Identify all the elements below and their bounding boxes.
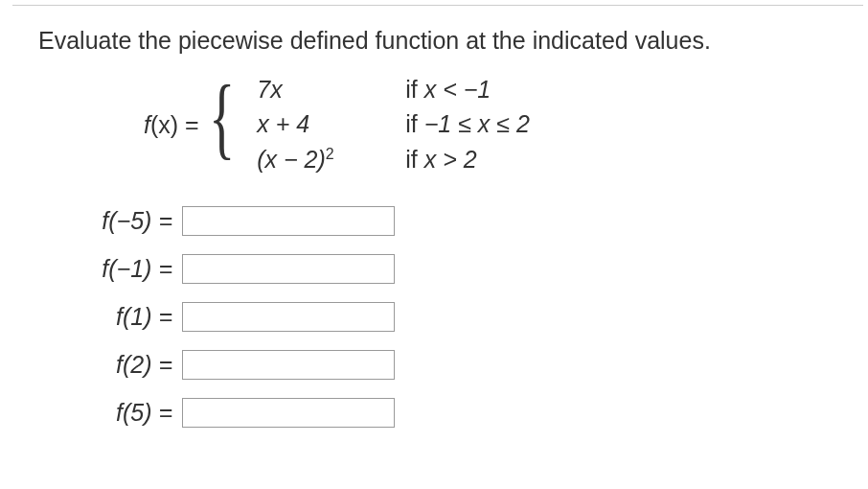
- function-definition: f(x) = { 7x if x < −1 x + 4 if −1 ≤ x ≤ …: [144, 72, 830, 177]
- piece-expression: x + 4: [257, 110, 405, 138]
- left-brace: {: [209, 72, 235, 177]
- piece-condition: if −1 ≤ x ≤ 2: [405, 110, 530, 138]
- answer-row: f(−5) =: [48, 201, 830, 240]
- answer-row: f(−1) =: [48, 249, 830, 288]
- answer-label: f(−5) =: [48, 207, 172, 235]
- answer-input-f-2[interactable]: [182, 350, 395, 380]
- answer-input-f-1[interactable]: [182, 302, 395, 332]
- content-area: Evaluate the piecewise defined function …: [0, 0, 868, 468]
- prompt-text: Evaluate the piecewise defined function …: [38, 27, 830, 55]
- piece-expression: 7x: [257, 76, 405, 104]
- piece-condition: if x < −1: [405, 76, 491, 104]
- answers-block: f(−5) = f(−1) = f(1) = f(2) = f(5) =: [48, 201, 830, 431]
- answer-input-f-5[interactable]: [182, 398, 395, 428]
- answer-row: f(2) =: [48, 345, 830, 384]
- piecewise-cases: 7x if x < −1 x + 4 if −1 ≤ x ≤ 2 (x − 2)…: [257, 72, 530, 177]
- answer-row: f(5) =: [48, 393, 830, 431]
- separator-line: [12, 5, 863, 6]
- answer-input-f-neg1[interactable]: [182, 254, 395, 284]
- answer-label: f(2) =: [48, 351, 172, 379]
- fx-equals-label: f(x) =: [144, 111, 199, 139]
- answer-input-f-neg5[interactable]: [182, 206, 395, 236]
- answer-label: f(−1) =: [48, 255, 172, 283]
- answer-label: f(1) =: [48, 303, 172, 331]
- brace-cases: { 7x if x < −1 x + 4 if −1 ≤ x ≤ 2 (x − …: [209, 72, 530, 177]
- piece-row: x + 4 if −1 ≤ x ≤ 2: [257, 110, 530, 138]
- answer-row: f(1) =: [48, 297, 830, 336]
- piece-row: 7x if x < −1: [257, 76, 530, 104]
- piece-row: (x − 2)2 if x > 2: [257, 146, 530, 174]
- answer-label: f(5) =: [48, 399, 172, 427]
- piece-condition: if x > 2: [405, 146, 476, 174]
- piece-expression: (x − 2)2: [257, 146, 405, 174]
